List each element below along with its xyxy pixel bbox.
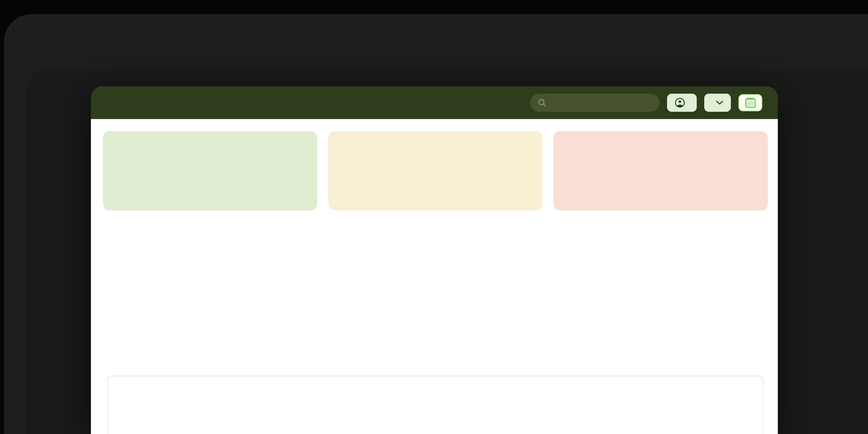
approved-card	[103, 131, 317, 211]
summary-cards	[103, 131, 768, 211]
chevron-down-icon	[716, 100, 723, 105]
rejected-card	[554, 131, 768, 211]
calendar-icon	[744, 96, 757, 109]
expenses-table	[107, 376, 763, 434]
pending-card	[328, 131, 542, 211]
category-filter-button[interactable]	[704, 94, 731, 112]
search-icon	[537, 98, 547, 107]
header-actions	[530, 94, 762, 112]
search-input[interactable]	[530, 94, 659, 112]
expenses-by-date-chart	[435, 265, 754, 301]
category-pie-chart	[214, 261, 312, 360]
who-filter-button[interactable]	[667, 94, 697, 112]
search-box[interactable]	[530, 94, 659, 112]
date-range-button[interactable]	[738, 94, 762, 111]
app-window	[91, 86, 778, 434]
person-circle-icon	[675, 97, 685, 108]
app-header-bar	[91, 86, 778, 119]
